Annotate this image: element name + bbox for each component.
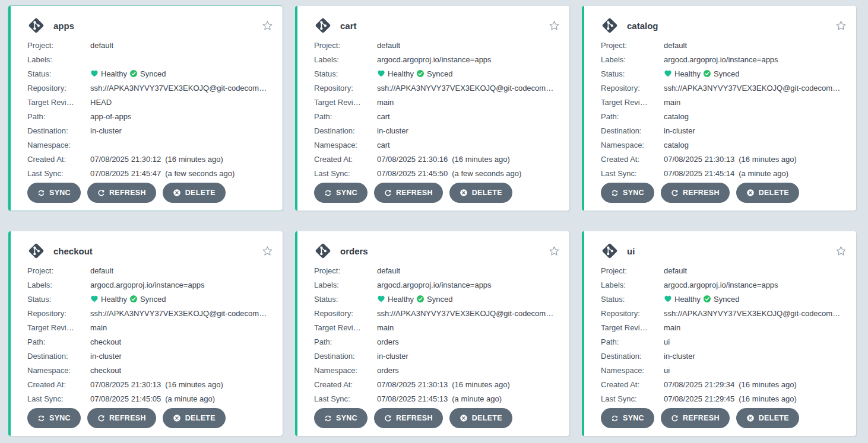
sync-button[interactable]: SYNC bbox=[314, 183, 368, 203]
sync-button[interactable]: SYNC bbox=[27, 183, 81, 203]
sync-button-label: SYNC bbox=[49, 414, 71, 422]
heart-healthy-icon bbox=[664, 69, 672, 78]
project-label: Project: bbox=[27, 266, 90, 275]
delete-button[interactable]: DELETE bbox=[449, 183, 512, 203]
sync-button[interactable]: SYNC bbox=[601, 183, 654, 203]
target-revision-label: Target Revi… bbox=[601, 323, 664, 332]
labels-value: argocd.argoproj.io/instance=apps bbox=[90, 281, 205, 289]
status-value: Healthy Synced bbox=[377, 295, 452, 304]
repository-value: ssh://APKA3NYVY37VEX3EKOJQ@git-codecom… bbox=[377, 309, 553, 318]
favorite-star-icon[interactable] bbox=[549, 20, 560, 31]
last-sync-relative: (a few seconds ago) bbox=[165, 169, 235, 178]
sync-status-text: Synced bbox=[140, 69, 166, 78]
redo-arrow-icon bbox=[97, 189, 105, 197]
last-sync-label: Last Sync: bbox=[27, 394, 90, 403]
card-header: apps bbox=[27, 15, 273, 36]
favorite-star-icon[interactable] bbox=[835, 246, 847, 257]
destination-label: Destination: bbox=[314, 126, 377, 135]
favorite-star-icon[interactable] bbox=[262, 20, 273, 31]
delete-button[interactable]: DELETE bbox=[736, 183, 799, 203]
status-row: Status: Healthy Synced bbox=[601, 66, 847, 81]
path-label: Path: bbox=[601, 112, 664, 121]
repository-label: Repository: bbox=[27, 309, 90, 318]
status-value: Healthy Synced bbox=[664, 69, 739, 78]
application-card-orders[interactable]: orders Project: default Labels: argocd.a… bbox=[295, 231, 569, 436]
card-actions: SYNC REFRESH DELETE bbox=[601, 408, 847, 428]
project-row: Project: default bbox=[601, 38, 847, 52]
sync-button[interactable]: SYNC bbox=[601, 408, 654, 428]
sync-button[interactable]: SYNC bbox=[27, 408, 81, 428]
repository-label: Repository: bbox=[314, 309, 377, 318]
favorite-star-icon[interactable] bbox=[549, 246, 560, 257]
refresh-button[interactable]: REFRESH bbox=[374, 408, 443, 428]
destination-row: Destination: in-cluster bbox=[601, 349, 847, 363]
created-at-timestamp: 07/08/2025 21:30:12 bbox=[90, 155, 161, 164]
check-circle-synced-icon bbox=[129, 295, 138, 303]
created-at-timestamp: 07/08/2025 21:30:13 bbox=[377, 380, 448, 389]
delete-button[interactable]: DELETE bbox=[736, 408, 799, 428]
delete-button[interactable]: DELETE bbox=[449, 408, 512, 428]
last-sync-row: Last Sync: 07/08/2025 21:45:13(a minute … bbox=[314, 391, 560, 406]
refresh-button-label: REFRESH bbox=[683, 189, 720, 197]
created-at-timestamp: 07/08/2025 21:29:34 bbox=[664, 380, 734, 389]
redo-arrow-icon bbox=[671, 415, 679, 422]
project-value: default bbox=[90, 41, 113, 50]
target-revision-value: main bbox=[90, 323, 107, 332]
namespace-value: checkout bbox=[90, 366, 121, 375]
application-name: ui bbox=[627, 246, 635, 256]
project-label: Project: bbox=[314, 266, 377, 275]
destination-label: Destination: bbox=[27, 352, 90, 361]
destination-row: Destination: in-cluster bbox=[314, 349, 560, 363]
status-value: Healthy Synced bbox=[90, 295, 166, 304]
target-revision-row: Target Revi… HEAD bbox=[27, 95, 273, 109]
labels-value: argocd.argoproj.io/instance=apps bbox=[377, 281, 492, 289]
last-sync-relative: (a minute ago) bbox=[739, 169, 788, 178]
card-header: cart bbox=[314, 15, 560, 36]
times-circle-icon bbox=[460, 414, 468, 422]
check-circle-synced-icon bbox=[129, 69, 138, 78]
application-card-cart[interactable]: cart Project: default Labels: argocd.arg… bbox=[295, 6, 569, 211]
target-revision-label: Target Revi… bbox=[314, 98, 377, 107]
repository-label: Repository: bbox=[601, 84, 664, 93]
project-label: Project: bbox=[27, 41, 90, 50]
refresh-button[interactable]: REFRESH bbox=[374, 183, 443, 203]
sync-button[interactable]: SYNC bbox=[314, 408, 368, 428]
application-name: checkout bbox=[53, 246, 93, 256]
destination-value: in-cluster bbox=[90, 352, 122, 361]
application-name: cart bbox=[340, 21, 357, 31]
favorite-star-icon[interactable] bbox=[262, 246, 273, 257]
destination-row: Destination: in-cluster bbox=[314, 123, 560, 138]
refresh-button[interactable]: REFRESH bbox=[661, 408, 730, 428]
last-sync-value: 07/08/2025 21:45:47(a few seconds ago) bbox=[90, 169, 235, 178]
repository-row: Repository: ssh://APKA3NYVY37VEX3EKOJQ@g… bbox=[27, 81, 273, 95]
created-at-value: 07/08/2025 21:30:13(16 minutes ago) bbox=[664, 155, 797, 164]
path-row: Path: ui bbox=[601, 334, 847, 349]
refresh-button[interactable]: REFRESH bbox=[87, 183, 156, 203]
labels-label: Labels: bbox=[27, 281, 90, 289]
project-value: default bbox=[90, 266, 113, 275]
application-card-catalog[interactable]: catalog Project: default Labels: argocd.… bbox=[582, 6, 856, 211]
path-label: Path: bbox=[314, 112, 377, 121]
delete-button-label: DELETE bbox=[472, 414, 502, 422]
status-label: Status: bbox=[314, 295, 377, 304]
sync-arrows-icon bbox=[611, 415, 619, 422]
path-value: orders bbox=[377, 337, 399, 346]
favorite-star-icon[interactable] bbox=[835, 20, 847, 31]
status-label: Status: bbox=[27, 295, 90, 304]
sync-button-label: SYNC bbox=[623, 414, 644, 422]
last-sync-row: Last Sync: 07/08/2025 21:45:47(a few sec… bbox=[27, 166, 273, 180]
last-sync-row: Last Sync: 07/08/2025 21:45:05(a minute … bbox=[27, 391, 273, 406]
refresh-button[interactable]: REFRESH bbox=[87, 408, 156, 428]
delete-button[interactable]: DELETE bbox=[163, 183, 226, 203]
created-at-row: Created At: 07/08/2025 21:30:13(16 minut… bbox=[27, 377, 273, 391]
last-sync-label: Last Sync: bbox=[601, 394, 664, 403]
application-card-checkout[interactable]: checkout Project: default Labels: argocd… bbox=[8, 231, 283, 436]
application-card-ui[interactable]: ui Project: default Labels: argocd.argop… bbox=[582, 231, 856, 436]
project-label: Project: bbox=[601, 266, 664, 275]
delete-button[interactable]: DELETE bbox=[163, 408, 226, 428]
namespace-label: Namespace: bbox=[601, 366, 664, 375]
refresh-button[interactable]: REFRESH bbox=[661, 183, 730, 203]
application-card-apps[interactable]: apps Project: default Labels: Status: bbox=[8, 6, 283, 211]
project-row: Project: default bbox=[314, 38, 560, 52]
target-revision-value: HEAD bbox=[90, 98, 112, 107]
